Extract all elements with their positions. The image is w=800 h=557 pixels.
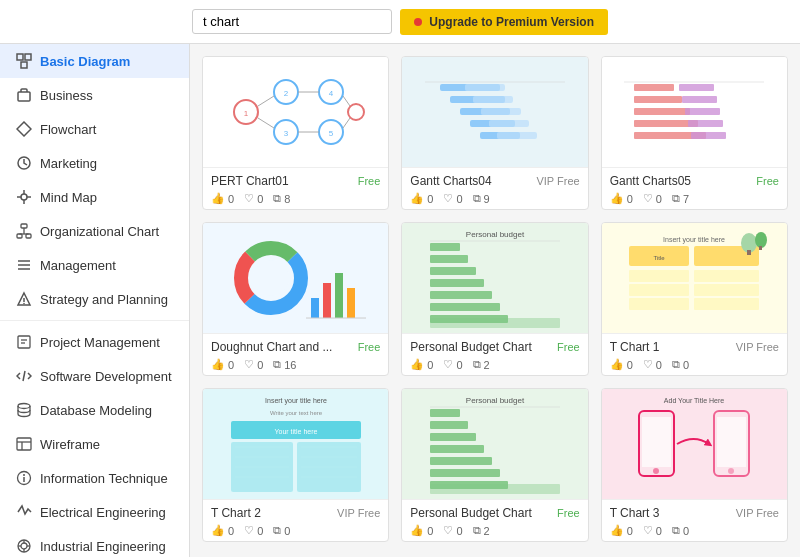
sidebar-label-marketing: Marketing (40, 156, 97, 171)
card-personal-budget-chart2[interactable]: Personal budget Personal Budget ChartFre… (401, 388, 588, 542)
card-preview-t-chart-2: Insert your title here Write your text h… (203, 389, 388, 499)
sidebar-label-wireframe: Wireframe (40, 437, 100, 452)
svg-rect-93 (430, 255, 468, 263)
strategy-planning-icon (16, 291, 32, 307)
card-stat-copies-t-chart-1: ⧉ 0 (672, 358, 689, 371)
svg-rect-134 (430, 421, 468, 429)
svg-text:Your title here: Your title here (274, 428, 317, 435)
sidebar-item-software-development[interactable]: Software Development (0, 359, 189, 393)
sidebar-item-electrical-engineering[interactable]: Electrical Engineering (0, 495, 189, 529)
card-stat-likes-gantt-charts04: 👍 0 (410, 192, 433, 205)
card-pert-chart01[interactable]: 1 2 3 4 5 PERT Chart01Free👍 0♡ 0⧉ 8 (202, 56, 389, 210)
card-preview-doughnut-chart (203, 223, 388, 333)
card-badge-gantt-charts04: VIP Free (536, 175, 579, 187)
upgrade-button[interactable]: Upgrade to Premium Version (400, 9, 608, 35)
card-title-t-chart-3: T Chart 3 (610, 506, 660, 520)
svg-rect-145 (642, 417, 671, 467)
upgrade-dot (414, 18, 422, 26)
card-title-row-t-chart-2: T Chart 2VIP Free (211, 506, 380, 520)
svg-text:Insert your title here: Insert your title here (265, 397, 327, 405)
sidebar-item-management[interactable]: Management (0, 248, 189, 282)
sidebar-item-wireframe[interactable]: Wireframe (0, 427, 189, 461)
sidebar-item-business[interactable]: Business (0, 78, 189, 112)
sidebar-item-database-modeling[interactable]: Database Modeling (0, 393, 189, 427)
hearts-icon: ♡ (643, 524, 653, 537)
card-stat-likes-t-chart-1: 👍 0 (610, 358, 633, 371)
business-icon (16, 87, 32, 103)
svg-rect-142 (619, 389, 769, 499)
svg-rect-77 (688, 120, 723, 127)
svg-text:Write your text here: Write your text here (270, 410, 323, 416)
card-stats-gantt-charts05: 👍 0♡ 0⧉ 7 (610, 192, 779, 205)
svg-rect-86 (323, 283, 331, 318)
card-doughnut-chart[interactable]: Doughnut Chart and ...Free👍 0♡ 0⧉ 16 (202, 222, 389, 376)
svg-rect-76 (685, 108, 720, 115)
sidebar-label-database-modeling: Database Modeling (40, 403, 152, 418)
copies-count: 7 (683, 193, 689, 205)
copies-icon: ⧉ (672, 358, 680, 371)
card-t-chart-2[interactable]: Insert your title here Write your text h… (202, 388, 389, 542)
card-title-t-chart-1: T Chart 1 (610, 340, 660, 354)
card-title-row-gantt-charts04: Gantt Charts04VIP Free (410, 174, 579, 188)
svg-rect-140 (430, 484, 560, 494)
copies-icon: ⧉ (473, 358, 481, 371)
sidebar-label-organizational-chart: Organizational Chart (40, 224, 159, 239)
card-footer-t-chart-2: T Chart 2VIP Free👍 0♡ 0⧉ 0 (203, 499, 388, 541)
svg-rect-87 (335, 273, 343, 318)
card-t-chart-1[interactable]: Insert your title here Title T Chart 1VI… (601, 222, 788, 376)
hearts-icon: ♡ (443, 524, 453, 537)
svg-rect-138 (430, 469, 500, 477)
card-stat-copies-doughnut-chart: ⧉ 16 (273, 358, 296, 371)
card-footer-pert-chart01: PERT Chart01Free👍 0♡ 0⧉ 8 (203, 167, 388, 209)
copies-icon: ⧉ (473, 524, 481, 537)
card-t-chart-3[interactable]: Add Your Title Here T Chart 3VIP Free👍 0… (601, 388, 788, 542)
upgrade-btn-label: Upgrade to Premium Version (429, 15, 594, 29)
likes-icon: 👍 (211, 192, 225, 205)
copies-icon: ⧉ (273, 524, 281, 537)
svg-point-6 (21, 194, 27, 200)
sidebar: Basic DiagramBusinessFlowchartMarketingM… (0, 44, 190, 557)
card-title-pert-chart01: PERT Chart01 (211, 174, 289, 188)
likes-count: 0 (627, 193, 633, 205)
svg-rect-75 (682, 96, 717, 103)
sidebar-item-flowchart[interactable]: Flowchart (0, 112, 189, 146)
sidebar-item-strategy-planning[interactable]: Strategy and Planning (0, 282, 189, 316)
copies-count: 8 (284, 193, 290, 205)
sidebar-item-marketing[interactable]: Marketing (0, 146, 189, 180)
hearts-count: 0 (257, 193, 263, 205)
sidebar-item-information-technique[interactable]: Information Technique (0, 461, 189, 495)
card-badge-personal-budget-chart2: Free (557, 507, 580, 519)
card-footer-gantt-charts04: Gantt Charts04VIP Free👍 0♡ 0⧉ 9 (402, 167, 587, 209)
electrical-engineering-icon (16, 504, 32, 520)
sidebar-item-organizational-chart[interactable]: Organizational Chart (0, 214, 189, 248)
card-personal-budget-chart[interactable]: Personal budget Personal Budget ChartFre… (401, 222, 588, 376)
search-input[interactable] (192, 9, 392, 34)
sidebar-item-project-management[interactable]: Project Management (0, 325, 189, 359)
sidebar-item-basic-diagram[interactable]: Basic Diagram (0, 44, 189, 78)
svg-rect-96 (430, 291, 492, 299)
likes-count: 0 (427, 525, 433, 537)
card-footer-t-chart-1: T Chart 1VIP Free👍 0♡ 0⧉ 0 (602, 333, 787, 375)
sidebar-item-mind-map[interactable]: Mind Map (0, 180, 189, 214)
svg-rect-22 (18, 336, 30, 348)
hearts-count: 0 (656, 359, 662, 371)
svg-rect-65 (489, 120, 529, 127)
organizational-chart-icon (16, 223, 32, 239)
card-gantt-charts04[interactable]: Gantt Charts04VIP Free👍 0♡ 0⧉ 9 (401, 56, 588, 210)
card-badge-doughnut-chart: Free (358, 341, 381, 353)
card-stat-copies-t-chart-3: ⧉ 0 (672, 524, 689, 537)
svg-rect-85 (311, 298, 319, 318)
sidebar-divider (0, 320, 189, 321)
svg-rect-99 (430, 318, 560, 328)
card-preview-gantt-charts04 (402, 57, 587, 167)
card-stat-copies-pert-chart01: ⧉ 8 (273, 192, 290, 205)
svg-rect-2 (21, 62, 27, 68)
svg-rect-136 (430, 445, 484, 453)
copies-icon: ⧉ (473, 192, 481, 205)
copies-count: 0 (683, 359, 689, 371)
likes-icon: 👍 (211, 358, 225, 371)
svg-point-26 (18, 404, 30, 409)
sidebar-item-industrial-engineering[interactable]: Industrial Engineering (0, 529, 189, 557)
card-gantt-charts05[interactable]: Gantt Charts05Free👍 0♡ 0⧉ 7 (601, 56, 788, 210)
hearts-icon: ♡ (643, 192, 653, 205)
